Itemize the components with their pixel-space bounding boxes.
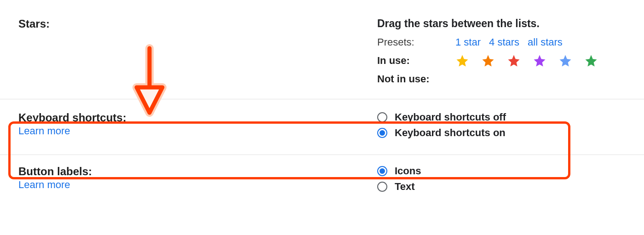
radio-icon bbox=[377, 112, 387, 122]
setting-button-labels: Button labels: Learn more Icons Text bbox=[0, 155, 644, 205]
button-labels-learn-more-link[interactable]: Learn more bbox=[18, 179, 377, 191]
radio-label: Icons bbox=[395, 165, 421, 177]
radio-text[interactable]: Text bbox=[377, 181, 626, 193]
setting-stars: Stars: Drag the stars between the lists.… bbox=[0, 9, 644, 99]
keyboard-shortcuts-label: Keyboard shortcuts: bbox=[18, 111, 377, 124]
presets-label: Presets: bbox=[377, 36, 455, 48]
radio-icon-selected bbox=[377, 128, 387, 138]
stars-in-use bbox=[455, 54, 598, 68]
preset-all-stars[interactable]: all stars bbox=[528, 36, 563, 48]
preset-4-stars[interactable]: 4 stars bbox=[489, 36, 519, 48]
star-icon-blue[interactable] bbox=[558, 54, 572, 68]
star-icon-yellow[interactable] bbox=[455, 54, 469, 68]
settings-panel: Stars: Drag the stars between the lists.… bbox=[0, 0, 644, 214]
radio-label: Keyboard shortcuts on bbox=[395, 127, 506, 139]
radio-icon-selected bbox=[377, 166, 387, 176]
radio-keyboard-on[interactable]: Keyboard shortcuts on bbox=[377, 127, 626, 139]
not-in-use-label: Not in use: bbox=[377, 73, 455, 85]
preset-links: 1 star 4 stars all stars bbox=[455, 36, 563, 48]
radio-label: Keyboard shortcuts off bbox=[395, 111, 506, 123]
radio-icon bbox=[377, 182, 387, 192]
keyboard-learn-more-link[interactable]: Learn more bbox=[18, 125, 377, 137]
radio-keyboard-off[interactable]: Keyboard shortcuts off bbox=[377, 111, 626, 123]
radio-icons[interactable]: Icons bbox=[377, 165, 626, 177]
in-use-label: In use: bbox=[377, 55, 455, 67]
button-labels-label: Button labels: bbox=[18, 165, 377, 178]
preset-1-star[interactable]: 1 star bbox=[455, 36, 481, 48]
star-icon-purple[interactable] bbox=[533, 54, 546, 68]
star-icon-green[interactable] bbox=[584, 54, 598, 68]
setting-keyboard-shortcuts: Keyboard shortcuts: Learn more Keyboard … bbox=[0, 99, 644, 155]
stars-label: Stars: bbox=[18, 17, 377, 30]
star-icon-red[interactable] bbox=[507, 54, 521, 68]
star-icon-orange[interactable] bbox=[481, 54, 495, 68]
stars-description: Drag the stars between the lists. bbox=[377, 17, 626, 30]
radio-label: Text bbox=[395, 181, 415, 193]
